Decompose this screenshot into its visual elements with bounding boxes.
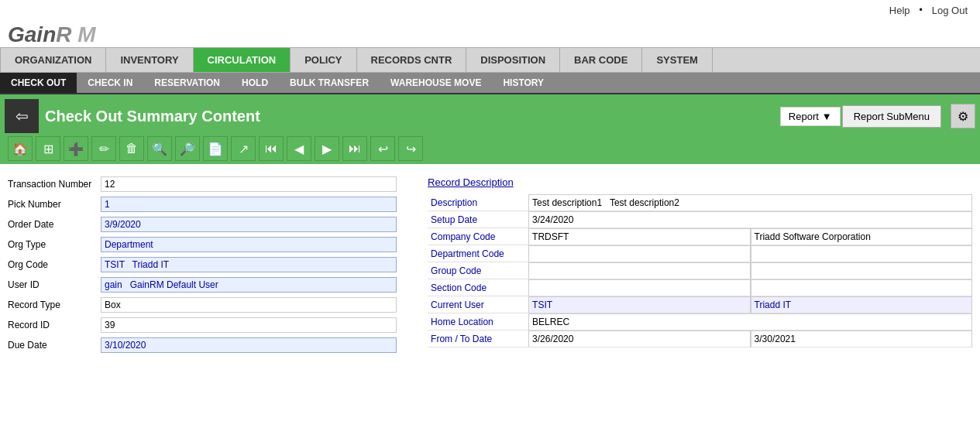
value-org-type[interactable]: Department — [101, 237, 397, 252]
value-due-date: 3/10/2020 — [101, 337, 397, 353]
report-submenu[interactable]: Report SubMenu — [842, 105, 941, 128]
right-grid: Description Test description1 Test descr… — [428, 194, 972, 347]
field-user-id: User ID gain GainRM Default User — [8, 277, 397, 293]
nav-barcode[interactable]: BAR CODE — [560, 48, 642, 72]
subnav-checkin[interactable]: CHECK IN — [77, 73, 143, 93]
label-from-to-date: From / To Date — [428, 330, 528, 347]
page-title: Check Out Summary Content — [45, 108, 780, 125]
subnav-hold[interactable]: HOLD — [231, 73, 279, 93]
label-transaction-number: Transaction Number — [8, 179, 101, 190]
label-order-date: Order Date — [8, 219, 101, 230]
label-department-code: Department Code — [428, 245, 528, 262]
value-order-date: 3/9/2020 — [101, 217, 397, 232]
header: GainR M — [0, 21, 980, 47]
label-description: Description — [428, 194, 528, 211]
toolbar-edit[interactable]: ✏ — [91, 136, 116, 161]
field-pick-number: Pick Number 1 — [8, 197, 397, 212]
value-user-id[interactable]: gain GainRM Default User — [101, 277, 397, 293]
value-setup-date: 3/24/2020 — [528, 211, 972, 228]
label-org-code: Org Code — [8, 259, 101, 270]
toolbar-zoom[interactable]: 🔎 — [175, 136, 200, 161]
value-to-date: 3/30/2021 — [751, 330, 972, 347]
value-section-code — [528, 279, 750, 296]
field-transaction-number: Transaction Number 12 — [8, 176, 397, 192]
nav-circulation[interactable]: CIRCULATION — [194, 48, 291, 72]
subnav-history[interactable]: HISTORY — [492, 73, 555, 93]
back-icon[interactable]: ⇦ — [5, 99, 39, 133]
nav-organization[interactable]: ORGANIZATION — [0, 48, 106, 72]
label-section-code: Section Code — [428, 279, 528, 296]
value-current-user-code[interactable]: TSIT — [528, 296, 750, 313]
toolbar-prev[interactable]: ◀ — [287, 136, 311, 161]
report-chevron-icon: ▼ — [822, 111, 832, 122]
field-org-type: Org Type Department — [8, 237, 397, 252]
logout-link[interactable]: Log Out — [932, 5, 968, 16]
nav-disposition[interactable]: DISPOSITION — [466, 48, 560, 72]
label-record-id: Record ID — [8, 320, 101, 330]
toolbar-forward[interactable]: ↪ — [398, 136, 423, 161]
label-user-id: User ID — [8, 279, 101, 290]
value-from-date: 3/26/2020 — [528, 330, 750, 347]
field-record-id: Record ID 39 — [8, 317, 397, 333]
gear-button[interactable]: ⚙ — [951, 104, 975, 128]
subnav-warehouse-move[interactable]: WAREHOUSE MOVE — [380, 73, 492, 93]
value-company-code: TRDSFT — [528, 228, 750, 245]
subnav-reservation[interactable]: RESERVATION — [143, 73, 231, 93]
toolbar-grid[interactable]: ⊞ — [36, 136, 60, 161]
report-button[interactable]: Report ▼ — [780, 107, 841, 126]
value-description: Test description1 Test description2 — [528, 194, 972, 211]
value-department-code — [528, 245, 750, 262]
value-department-name — [751, 245, 972, 262]
content-title: Check Out Summary Content — [45, 108, 780, 125]
form-area: Transaction Number 12 Pick Number 1 Orde… — [0, 164, 980, 370]
value-transaction-number: 12 — [101, 176, 397, 192]
value-home-location: BELREC — [528, 313, 972, 330]
value-record-type: Box — [101, 297, 397, 313]
label-due-date: Due Date — [8, 340, 101, 351]
field-order-date: Order Date 3/9/2020 — [8, 217, 397, 232]
label-company-code: Company Code — [428, 228, 528, 245]
logo: GainR M — [8, 22, 96, 47]
field-due-date: Due Date 3/10/2020 — [8, 337, 397, 353]
record-description-link[interactable]: Record Description — [428, 176, 514, 188]
nav-system[interactable]: SYSTEM — [642, 48, 712, 72]
top-bar: Help • Log Out — [0, 0, 980, 21]
label-record-type: Record Type — [8, 299, 101, 310]
logo-area: GainR M — [0, 21, 104, 47]
toolbar-last[interactable]: ⏭ — [342, 136, 367, 161]
value-section-name — [751, 279, 972, 296]
value-group-name — [751, 262, 972, 279]
field-org-code: Org Code TSIT Triadd IT — [8, 257, 397, 272]
toolbar: 🏠 ⊞ ➕ ✏ 🗑 🔍 🔎 📄 ↗ ⏮ ◀ ▶ ⏭ ↩ ↪ — [0, 133, 980, 164]
toolbar-first[interactable]: ⏮ — [259, 136, 284, 161]
toolbar-export[interactable]: ↗ — [231, 136, 256, 161]
value-group-code — [528, 262, 750, 279]
toolbar-home[interactable]: 🏠 — [8, 136, 33, 161]
label-group-code: Group Code — [428, 262, 528, 279]
label-home-location: Home Location — [428, 313, 528, 330]
value-company-name: Triadd Software Corporation — [751, 228, 972, 245]
label-org-type: Org Type — [8, 239, 101, 250]
value-pick-number[interactable]: 1 — [101, 197, 397, 212]
nav-records-cntr[interactable]: RECORDS CNTR — [357, 48, 467, 72]
toolbar-next[interactable]: ▶ — [315, 136, 339, 161]
toolbar-back[interactable]: ↩ — [370, 136, 395, 161]
main-nav: ORGANIZATION INVENTORY CIRCULATION POLIC… — [0, 47, 980, 73]
toolbar-delete[interactable]: 🗑 — [119, 136, 144, 161]
bullet: • — [920, 5, 923, 16]
nav-policy[interactable]: POLICY — [291, 48, 356, 72]
form-left: Transaction Number 12 Pick Number 1 Orde… — [8, 176, 397, 358]
value-current-user-name[interactable]: Triadd IT — [751, 296, 972, 313]
label-setup-date: Setup Date — [428, 211, 528, 228]
toolbar-search[interactable]: 🔍 — [147, 136, 172, 161]
value-org-code[interactable]: TSIT Triadd IT — [101, 257, 397, 272]
subnav-bulk-transfer[interactable]: BULK TRANSFER — [279, 73, 380, 93]
toolbar-add[interactable]: ➕ — [64, 136, 88, 161]
field-record-type: Record Type Box — [8, 297, 397, 313]
toolbar-doc[interactable]: 📄 — [203, 136, 228, 161]
label-current-user: Current User — [428, 296, 528, 313]
form-right: Record Description Description Test desc… — [428, 176, 972, 358]
subnav-checkout[interactable]: CHECK OUT — [0, 73, 77, 93]
nav-inventory[interactable]: INVENTORY — [106, 48, 193, 72]
help-link[interactable]: Help — [889, 5, 910, 16]
